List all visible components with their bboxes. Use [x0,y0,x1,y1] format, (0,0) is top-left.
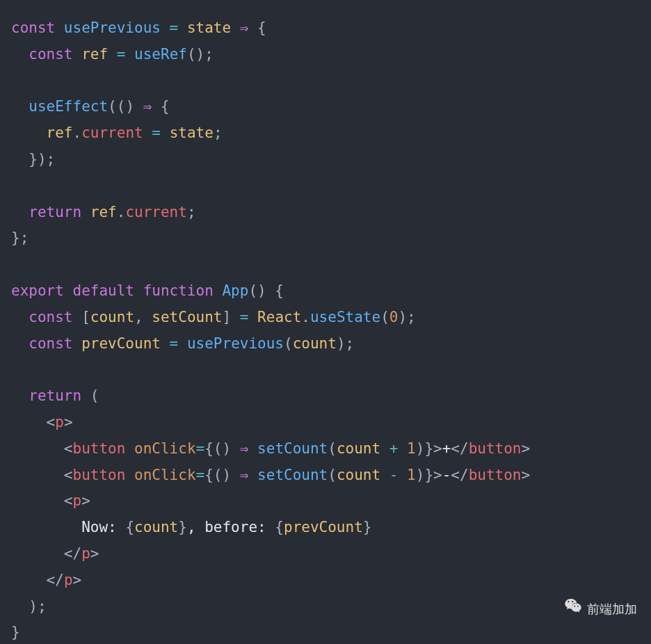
code-token [11,361,20,378]
code-token: </ [64,545,81,562]
code-token: )} [416,467,433,483]
code-token: prevCount [284,519,363,536]
code-token [11,335,29,352]
watermark: 前端加加 [563,597,637,622]
code-token: , before: [187,519,275,536]
code-token: return [29,204,90,220]
code-block: const usePrevious = state ⇒ { const ref … [11,15,640,644]
code-token: [ [81,309,90,325]
code-token: const [29,335,81,352]
code-token [248,309,257,325]
code-token: count [337,467,380,483]
code-token: button [469,440,522,457]
code-token: p [73,492,82,509]
code-token: const [29,46,81,63]
code-token: = [170,335,179,352]
code-token: button [73,467,126,483]
code-token: setCount [257,440,328,457]
code-token: (() [108,98,143,115]
code-token: count [90,309,134,325]
code-token [11,440,64,457]
code-token [108,46,117,63]
code-token: ⇒ [240,19,249,36]
code-token: = [196,467,205,483]
code-token [11,309,29,325]
code-token [11,572,47,588]
code-token: ref [81,46,108,63]
code-token [11,124,47,141]
code-token [161,19,170,36]
code-token: > [433,440,442,457]
code-token: ( [81,387,99,404]
code-token [125,46,134,63]
code-token: (); [187,46,214,63]
code-token [125,467,134,483]
code-token [248,440,257,457]
code-token [11,545,64,562]
code-token: setCount [257,467,328,483]
code-token: } [11,624,20,641]
code-token: usePrevious [64,19,161,36]
code-token: = [152,124,161,141]
code-token: count [293,335,337,352]
code-token [11,46,29,63]
code-token: { [152,98,169,115]
code-token [11,414,47,430]
code-token: p [55,414,64,430]
code-token: ref [47,124,73,141]
code-token: () { [248,282,284,299]
code-token: button [469,467,522,483]
code-token: } [363,519,372,536]
code-token: ); [11,598,47,615]
wechat-icon [563,597,583,622]
code-token [398,467,407,483]
code-token: {() [204,440,240,457]
code-token: - [389,467,399,483]
code-token: ; [214,124,223,141]
code-token: useEffect [29,98,108,115]
code-token: { [275,519,284,536]
code-token [178,19,187,36]
code-token: > [522,467,531,483]
code-token: state [187,19,231,36]
code-token: const [29,309,81,325]
code-token: , [134,309,152,325]
code-token: = [117,46,126,63]
code-token [11,256,20,273]
code-token: current [81,124,143,141]
code-token: p [81,545,90,562]
code-token: 0 [389,309,399,325]
code-token: return [29,387,81,404]
code-token [11,467,64,483]
code-token: 1 [407,467,416,483]
code-token: setCount [152,309,222,325]
code-token [143,124,152,141]
code-token: React [257,309,301,325]
code-token: < [64,492,73,509]
code-token: > [433,467,442,483]
code-token: { [125,519,134,536]
code-token [11,204,29,220]
code-token: ( [328,467,337,483]
code-token: p [64,572,73,588]
code-token: > [73,572,82,588]
code-token [178,335,187,352]
code-token: > [90,545,99,562]
code-token [248,467,257,483]
code-token: = [170,19,179,36]
code-token: < [64,440,73,457]
code-token: } [178,519,187,536]
code-token [398,440,407,457]
code-token: . [117,204,126,220]
code-token: > [522,440,531,457]
code-token [380,440,389,457]
code-token: useState [310,309,380,325]
code-token: > [81,492,90,509]
code-token: ); [337,335,354,352]
code-token: ( [284,335,293,352]
code-token: }; [11,230,29,246]
code-token: usePrevious [187,335,284,352]
code-token: ; [187,204,196,220]
code-token: - [442,467,451,483]
code-token: + [389,440,399,457]
